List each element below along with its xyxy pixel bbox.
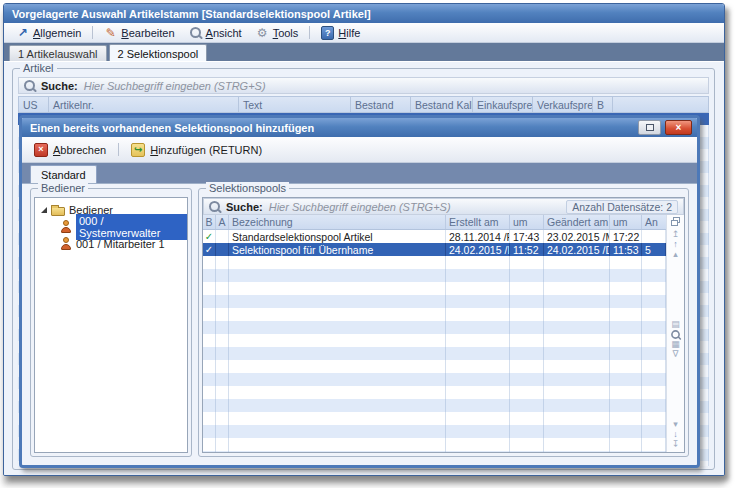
small-up-icon[interactable]: ▴ bbox=[673, 249, 678, 259]
column-header-b[interactable]: B bbox=[203, 215, 216, 229]
dialog-tab-panel: Bediener Bediener 000 / Systemverwalter … bbox=[22, 183, 697, 465]
dialog-tab-strip: Standard bbox=[22, 163, 697, 183]
cancel-button[interactable]: × Abbrechen bbox=[28, 141, 112, 159]
column-header-a[interactable]: A bbox=[216, 215, 229, 229]
table-row-selektionspool-uebernahme[interactable]: ✓ Selektionspool für Übernhame 24.02.201… bbox=[203, 243, 666, 256]
add-button[interactable]: ↪ Hinzufügen (RETURN) bbox=[125, 141, 268, 159]
column-header-verkaufspreis[interactable]: Verkaufspreis bbox=[533, 97, 593, 112]
tab-label: Standard bbox=[41, 169, 86, 181]
column-header-filler bbox=[613, 97, 708, 112]
magnifier-icon bbox=[189, 26, 202, 39]
pools-search-input[interactable]: Suche: Hier Suchbegriff eingeben (STRG+S… bbox=[203, 198, 684, 215]
check-icon: ✓ bbox=[205, 245, 213, 255]
menu-item-allgemein[interactable]: ↗ Allgemein bbox=[10, 25, 87, 40]
menu-label: Ansicht bbox=[206, 27, 242, 39]
bediener-group: Bediener Bediener 000 / Systemverwalter … bbox=[30, 188, 192, 457]
restore-icon bbox=[646, 124, 654, 131]
cell-erstellt-um: 11:52 bbox=[510, 243, 544, 256]
menu-separator bbox=[92, 26, 93, 39]
cell-geaendert-um: 11:53 bbox=[610, 243, 642, 256]
filter-icon[interactable]: ∇ bbox=[672, 349, 678, 359]
artikel-group-label: Artikel bbox=[20, 62, 57, 75]
column-header-geaendert-um[interactable]: um bbox=[610, 215, 642, 229]
column-options-icon[interactable] bbox=[671, 217, 680, 226]
rows-view-icon[interactable]: ▤ bbox=[671, 319, 680, 329]
cell-erstellt-am: 28.11.2014 /Fr bbox=[446, 230, 510, 243]
menu-separator bbox=[309, 26, 310, 39]
table-nav-strip: ↥ ↑ ▴ ▤ ▦ ∇ ▾ ↓ ↧ bbox=[666, 215, 684, 452]
gear-icon: ⚙ bbox=[256, 26, 269, 39]
search-icon bbox=[209, 201, 220, 212]
menu-item-hilfe[interactable]: ? Hilfe bbox=[315, 25, 366, 40]
menu-item-tools[interactable]: ⚙ Tools bbox=[250, 25, 305, 40]
cell-geaendert-um: 17:22 bbox=[610, 230, 642, 243]
artikel-table-header: US Artikelnr. Text Bestand Bestand Kalk.… bbox=[18, 96, 709, 113]
search-label: Suche: bbox=[226, 201, 263, 213]
down-icon[interactable]: ↓ bbox=[673, 429, 678, 439]
tab-strip: 1 Artikelauswahl 2 Selektionspool bbox=[4, 43, 724, 62]
column-header-an[interactable]: An bbox=[642, 215, 666, 229]
help-icon: ? bbox=[321, 26, 334, 39]
column-header-artikelnr[interactable]: Artikelnr. bbox=[49, 97, 239, 112]
restore-button[interactable] bbox=[638, 120, 661, 135]
tab-standard[interactable]: Standard bbox=[30, 165, 97, 183]
dialog-title: Einen bereits vorhandenen Selektionspool… bbox=[30, 122, 634, 134]
person-icon bbox=[60, 237, 72, 250]
table-row-standardselektionspool[interactable]: ✓ Standardselektionspool Artikel 28.11.2… bbox=[203, 230, 666, 243]
search-label: Suche: bbox=[41, 80, 78, 92]
close-button[interactable]: × bbox=[665, 120, 692, 135]
cancel-icon: × bbox=[34, 143, 48, 157]
column-header-b[interactable]: B bbox=[593, 97, 613, 112]
tree-item-mitarbeiter1[interactable]: 001 / Mitarbeiter 1 bbox=[35, 235, 187, 252]
tree-expander-icon[interactable] bbox=[41, 207, 47, 213]
selektionspools-box: Suche: Hier Suchbegriff eingeben (STRG+S… bbox=[202, 197, 685, 453]
grid-view-icon[interactable]: ▦ bbox=[671, 339, 680, 349]
search-placeholder: Hier Suchbegriff eingeben (STRG+S) bbox=[269, 201, 451, 213]
go-first-icon[interactable]: ↥ bbox=[672, 229, 680, 239]
pools-table: B A Bezeichnung Erstellt am um Geändert … bbox=[203, 215, 666, 452]
menu-label: Allgemein bbox=[33, 27, 81, 39]
folder-icon bbox=[51, 207, 65, 216]
cell-an bbox=[642, 230, 666, 243]
pools-table-header: B A Bezeichnung Erstellt am um Geändert … bbox=[203, 215, 666, 230]
tab-artikelauswahl[interactable]: 1 Artikelauswahl bbox=[9, 45, 107, 62]
artikel-search-input[interactable]: Suche: Hier Suchbegriff eingeben (STRG+S… bbox=[18, 77, 709, 94]
dialog-body: Standard Bediener Bediener 000 / Systemv… bbox=[22, 163, 697, 465]
column-header-text[interactable]: Text bbox=[239, 97, 351, 112]
bediener-tree: Bediener 000 / Systemverwalter 001 / Mit… bbox=[34, 197, 188, 453]
selektionspools-group-label: Selektionspools bbox=[206, 182, 289, 195]
cell-geaendert-am: 23.02.2015 /Mo bbox=[544, 230, 610, 243]
tab-selektionspool[interactable]: 2 Selektionspool bbox=[109, 44, 208, 62]
bediener-group-label: Bediener bbox=[38, 182, 88, 195]
column-header-einkaufspreis[interactable]: Einkaufspreis bbox=[473, 97, 533, 112]
tree-item-systemverwalter[interactable]: 000 / Systemverwalter bbox=[35, 218, 187, 235]
selektionspools-group: Selektionspools Suche: Hier Suchbegriff … bbox=[198, 188, 689, 457]
toolbar-separator bbox=[118, 143, 119, 156]
cell-a bbox=[216, 230, 229, 243]
column-header-bezeichnung[interactable]: Bezeichnung bbox=[229, 215, 446, 229]
dialog-titlebar: Einen bereits vorhandenen Selektionspool… bbox=[22, 118, 697, 137]
search-rows-icon[interactable] bbox=[670, 329, 681, 339]
tree-item-label: 001 / Mitarbeiter 1 bbox=[76, 238, 165, 250]
cell-erstellt-am: 24.02.2015 /Di bbox=[446, 243, 510, 256]
window-titlebar: Vorgelagerte Auswahl Artikelstamm [Stand… bbox=[4, 4, 724, 23]
go-last-icon[interactable]: ↧ bbox=[672, 439, 680, 449]
column-header-bestand[interactable]: Bestand bbox=[351, 97, 411, 112]
add-icon: ↪ bbox=[131, 143, 145, 157]
small-down-icon[interactable]: ▾ bbox=[673, 419, 678, 429]
menu-bar: ↗ Allgemein ✎ Bearbeiten Ansicht ⚙ Tools… bbox=[4, 23, 724, 43]
pencil-icon: ✎ bbox=[104, 26, 117, 39]
column-header-geaendert-am[interactable]: Geändert am bbox=[544, 215, 610, 229]
column-header-bestand-kalk[interactable]: Bestand Kalk. bbox=[411, 97, 473, 112]
search-icon bbox=[24, 80, 35, 91]
column-header-erstellt-am[interactable]: Erstellt am bbox=[446, 215, 510, 229]
search-placeholder: Hier Suchbegriff eingeben (STRG+S) bbox=[84, 80, 266, 92]
column-header-erstellt-um[interactable]: um bbox=[510, 215, 544, 229]
column-header-us[interactable]: US bbox=[19, 97, 49, 112]
menu-item-bearbeiten[interactable]: ✎ Bearbeiten bbox=[98, 25, 180, 40]
menu-label: Hilfe bbox=[338, 27, 360, 39]
close-icon: × bbox=[676, 123, 682, 133]
menu-item-ansicht[interactable]: Ansicht bbox=[183, 25, 248, 40]
up-icon[interactable]: ↑ bbox=[673, 239, 678, 249]
pools-empty-rows bbox=[203, 256, 666, 452]
